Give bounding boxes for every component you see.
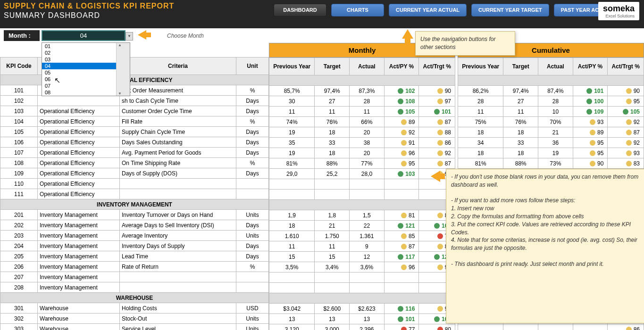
table-row: 201Inventory ManagementInventory Turnove… (0, 210, 269, 220)
callout-pointer-icon (431, 171, 440, 182)
table-row: 104Operational EfficiencyFill Rate% (0, 116, 269, 127)
table-row: 105Operational EfficiencySupply Chain Cy… (0, 127, 269, 137)
current-year-target-button[interactable]: CURRENT YEAR TARGET (471, 4, 549, 16)
table-row: 28272810095 (458, 96, 644, 107)
dashboard-button[interactable]: DASHBOARD (274, 4, 326, 16)
table-row: 1818218987 (458, 127, 644, 138)
monthly-table: Previous Year Target Actual Act/PY % Act… (269, 58, 455, 330)
table-row: 151512117121 (269, 252, 455, 262)
monthly-section: Monthly Previous Year Target Actual Act/… (269, 43, 455, 330)
col-criteria: Criteria (120, 58, 236, 75)
table-row: 206Inventory ManagementRate of Return% (0, 262, 269, 272)
table-row: $3.042$2.600$2.62311699 (269, 304, 455, 314)
month-label: Month : (4, 30, 40, 41)
table-row: 202Inventory ManagementAverage Days to S… (0, 220, 269, 231)
table-row: 208Inventory Management (0, 282, 269, 293)
table-row: 3533389186 (269, 138, 455, 148)
table-row: 107Operational EfficiencyAvg. Payment Pe… (0, 148, 269, 158)
table-row (269, 190, 455, 200)
col-unit: Unit (236, 58, 269, 75)
table-row: 106Operational EfficiencyDays Sales Outs… (0, 137, 269, 148)
current-year-actual-button[interactable]: CURRENT YEAR ACTUAL (389, 4, 467, 16)
table-row: 81%88%73%9083 (458, 158, 644, 169)
table-row: 75%76%70%9392 (458, 117, 644, 127)
table-row: 203Inventory ManagementAverage Inventory… (0, 231, 269, 241)
cursor-icon: ↖ (54, 76, 60, 85)
nav-buttons: DASHBOARD CHARTS CURRENT YEAR ACTUAL CUR… (274, 4, 620, 16)
table-row: 85,7%97,4%87,3%10290 (269, 86, 455, 96)
table-row: 29,025,228,010390 (269, 169, 455, 179)
table-row: 131313101103 (269, 314, 455, 324)
table-row: 86 (458, 324, 644, 330)
table-row: 111111105101 (269, 107, 455, 117)
table-row: 111198785 (269, 241, 455, 252)
table-row: 81%88%77%9587 (269, 158, 455, 169)
kpi-columns: KPI Code Criteria Unit OPERATIONAL EFFIC… (0, 43, 269, 330)
table-row: 109Operational EfficiencyDays of Supply … (0, 168, 269, 179)
table-row: 182122121103 (269, 221, 455, 231)
table-row: 86,2%97,4%87,4%10190 (458, 86, 644, 96)
table-row: 111Operational Efficiency (0, 189, 269, 199)
rows-callout: - If you don't use those blank rows in y… (446, 169, 644, 323)
table-row (269, 283, 455, 293)
table-row: 301WarehouseHolding CostsUSD (0, 303, 269, 314)
table-row: 205Inventory ManagementLead TimeDays (0, 251, 269, 262)
table-row: 303WarehouseService LevelUnits (0, 324, 269, 330)
table-row: 108Operational EfficiencyOn Time Shippin… (0, 158, 269, 168)
table-row: 30272810897 (269, 96, 455, 107)
table-row: 111110109105 (458, 107, 644, 117)
table-row (269, 272, 455, 283)
table-row: 3433369592 (458, 138, 644, 148)
table-row: 102sh to Cash Cycle TimeDays (0, 96, 269, 106)
table-row: 103Operational EfficiencyCustomer Order … (0, 106, 269, 116)
col-kpi-code: KPI Code (0, 58, 38, 75)
dropdown-scrollbar[interactable] (116, 43, 130, 96)
charts-button[interactable]: CHARTS (331, 4, 384, 16)
arrow-icon (138, 30, 146, 41)
table-row: 1,91,81,58183 (269, 210, 455, 221)
kpi-table: KPI Code Criteria Unit OPERATIONAL EFFIC… (0, 43, 269, 330)
choose-month-hint: Choose Month (167, 33, 204, 39)
table-row: 1818199593 (458, 148, 644, 158)
table-row: 110Operational Efficiency (0, 179, 269, 189)
table-row: 74%76%66%8987 (269, 117, 455, 127)
table-row: 3.1203.0002.3967780 (269, 324, 455, 330)
table-row: 101fect Order Measurement% (0, 85, 269, 96)
table-row: 3,5%3,4%3,6%9694 (269, 262, 455, 272)
table-row: 1918209692 (269, 148, 455, 158)
header: SUPPLY CHAIN & LOGISTICS KPI REPORT SUMM… (0, 0, 644, 28)
table-row: 1.6101.7501.3618578 (269, 231, 455, 241)
table-row (269, 179, 455, 190)
table-row: 302WarehouseStock-OutUnits (0, 314, 269, 324)
month-dropdown[interactable]: 01 02 03 04 05 06 07 08 (42, 42, 130, 96)
month-row: Month : 04 01 02 03 04 05 06 07 08 Choos… (0, 28, 644, 43)
table-row: 204Inventory ManagementInventory Days of… (0, 241, 269, 251)
table-row: 207Inventory Management (0, 272, 269, 282)
month-select[interactable]: 04 01 02 03 04 05 06 07 08 (42, 30, 125, 41)
table-row: 1918209288 (269, 127, 455, 138)
logo: someka Excel Solutions (598, 2, 639, 20)
